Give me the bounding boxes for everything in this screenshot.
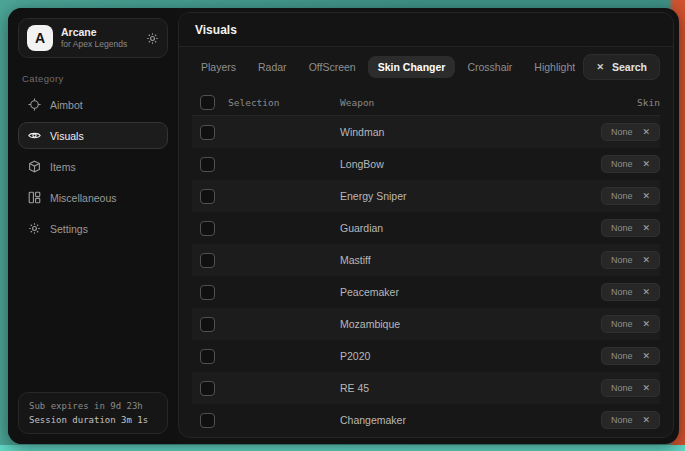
- main-panel: Visuals PlayersRadarOffScreenSkin Change…: [178, 12, 674, 438]
- sidebar-nav: AimbotVisualsItemsMiscellaneousSettings: [18, 91, 168, 242]
- row-checkbox[interactable]: [200, 253, 215, 268]
- sidebar-item-visuals[interactable]: Visuals: [18, 122, 168, 149]
- row-checkbox[interactable]: [200, 349, 215, 364]
- skin-select-badge[interactable]: None✕: [601, 219, 660, 237]
- weapon-name: P2020: [340, 350, 582, 362]
- cube-icon: [28, 160, 41, 173]
- tabs-bar: PlayersRadarOffScreenSkin ChangerCrossha…: [179, 47, 673, 85]
- skin-value: None: [611, 223, 633, 233]
- app-header-card: A Arcane for Apex Legends: [18, 18, 168, 58]
- skin-select-badge[interactable]: None✕: [601, 347, 660, 365]
- sidebar-item-settings[interactable]: Settings: [18, 215, 168, 242]
- sidebar-item-label: Settings: [50, 223, 88, 235]
- subscription-card: Sub expires in 9d 23h Session duration 3…: [18, 392, 168, 434]
- skin-clear-button[interactable]: ✕: [642, 127, 650, 137]
- skin-select-badge[interactable]: None✕: [601, 123, 660, 141]
- sidebar-item-label: Visuals: [50, 130, 84, 142]
- skin-clear-button[interactable]: ✕: [642, 383, 650, 393]
- skin-select-badge[interactable]: None✕: [601, 283, 660, 301]
- weapon-name: Guardian: [340, 222, 582, 234]
- select-all-checkbox[interactable]: [200, 95, 215, 110]
- sidebar-item-miscellaneous[interactable]: Miscellaneous: [18, 184, 168, 211]
- weapon-name: RE 45: [340, 382, 582, 394]
- skin-clear-button[interactable]: ✕: [642, 351, 650, 361]
- table-row: LongBowNone✕: [192, 148, 660, 180]
- eye-icon: [28, 129, 41, 142]
- skin-value: None: [611, 159, 633, 169]
- weapon-name: LongBow: [340, 158, 582, 170]
- search-icon: ✕: [596, 62, 604, 72]
- skin-clear-button[interactable]: ✕: [642, 287, 650, 297]
- skin-clear-button[interactable]: ✕: [642, 319, 650, 329]
- row-checkbox[interactable]: [200, 221, 215, 236]
- weapon-name: Energy Sniper: [340, 190, 582, 202]
- row-checkbox[interactable]: [200, 157, 215, 172]
- weapon-name: Mozambique: [340, 318, 582, 330]
- skin-value: None: [611, 191, 633, 201]
- main-header: Visuals: [179, 13, 673, 47]
- skin-select-badge[interactable]: None✕: [601, 315, 660, 333]
- app-logo: A: [27, 25, 53, 51]
- table-row: RE 45None✕: [192, 372, 660, 404]
- table-row: GuardianNone✕: [192, 212, 660, 244]
- weapon-column-header: Weapon: [340, 97, 582, 108]
- skin-select-badge[interactable]: None✕: [601, 379, 660, 397]
- tab-skin-changer[interactable]: Skin Changer: [368, 56, 456, 78]
- crosshair-icon: [28, 98, 41, 111]
- skin-clear-button[interactable]: ✕: [642, 255, 650, 265]
- skin-value: None: [611, 351, 633, 361]
- table-row: WindmanNone✕: [192, 116, 660, 148]
- tab-crosshair[interactable]: Crosshair: [457, 56, 522, 78]
- search-button-label: Search: [612, 61, 647, 73]
- weapon-name: Windman: [340, 126, 582, 138]
- row-checkbox[interactable]: [200, 285, 215, 300]
- skin-value: None: [611, 415, 633, 425]
- tab-players[interactable]: Players: [191, 56, 246, 78]
- row-checkbox[interactable]: [200, 189, 215, 204]
- skin-clear-button[interactable]: ✕: [642, 191, 650, 201]
- row-checkbox[interactable]: [200, 413, 215, 428]
- desktop-background: A Arcane for Apex Legends Category Aimbo…: [0, 0, 685, 451]
- skin-value: None: [611, 287, 633, 297]
- table-row: MozambiqueNone✕: [192, 308, 660, 340]
- skin-select-badge[interactable]: None✕: [601, 411, 660, 429]
- table-row: MastiffNone✕: [192, 244, 660, 276]
- sidebar-item-label: Aimbot: [50, 99, 83, 111]
- skin-clear-button[interactable]: ✕: [642, 223, 650, 233]
- tab-offscreen[interactable]: OffScreen: [299, 56, 366, 78]
- sidebar-item-aimbot[interactable]: Aimbot: [18, 91, 168, 118]
- page-title: Visuals: [195, 23, 657, 37]
- skin-value: None: [611, 255, 633, 265]
- layout-icon: [28, 191, 41, 204]
- sidebar-item-items[interactable]: Items: [18, 153, 168, 180]
- row-checkbox[interactable]: [200, 317, 215, 332]
- app-subtitle: for Apex Legends: [61, 39, 127, 50]
- app-name: Arcane: [61, 26, 127, 39]
- skin-table: Selection Weapon Skin WindmanNone✕LongBo…: [192, 89, 660, 436]
- skin-value: None: [611, 127, 633, 137]
- skin-clear-button[interactable]: ✕: [642, 159, 650, 169]
- gear-icon: [28, 222, 41, 235]
- search-button[interactable]: ✕ Search: [583, 54, 660, 80]
- row-checkbox[interactable]: [200, 381, 215, 396]
- app-window: A Arcane for Apex Legends Category Aimbo…: [8, 8, 679, 444]
- weapon-name: Changemaker: [340, 414, 582, 426]
- skin-select-badge[interactable]: None✕: [601, 251, 660, 269]
- skin-select-badge[interactable]: None✕: [601, 187, 660, 205]
- session-duration-text: Session duration 3m 1s: [29, 415, 157, 425]
- tab-highlight[interactable]: Highlight: [524, 56, 585, 78]
- table-row: Energy SniperNone✕: [192, 180, 660, 212]
- sidebar: A Arcane for Apex Legends Category Aimbo…: [8, 8, 178, 444]
- skin-value: None: [611, 383, 633, 393]
- sub-expires-text: Sub expires in 9d 23h: [29, 401, 157, 411]
- skin-select-badge[interactable]: None✕: [601, 155, 660, 173]
- skin-column-header: Skin: [582, 97, 660, 108]
- sidebar-item-label: Items: [50, 161, 76, 173]
- skin-value: None: [611, 319, 633, 329]
- gear-icon[interactable]: [146, 32, 159, 45]
- tab-radar[interactable]: Radar: [248, 56, 297, 78]
- sidebar-item-label: Miscellaneous: [50, 192, 117, 204]
- skin-clear-button[interactable]: ✕: [642, 415, 650, 425]
- row-checkbox[interactable]: [200, 125, 215, 140]
- category-label: Category: [22, 73, 164, 84]
